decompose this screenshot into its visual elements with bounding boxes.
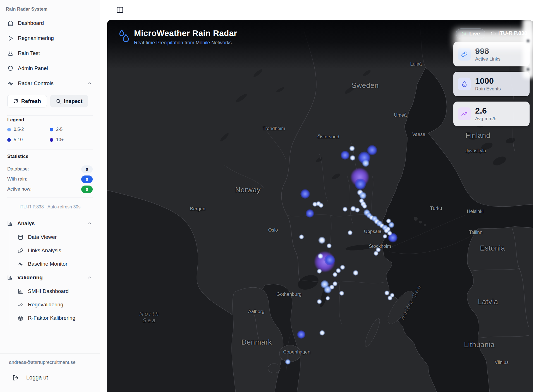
- legend-color-dot: [50, 138, 53, 142]
- rain-dot: [324, 255, 335, 265]
- home-icon: [7, 20, 14, 27]
- legend-item: 10+: [50, 137, 91, 142]
- sidebar-item-label: Radar Controls: [18, 80, 83, 86]
- rain-dot: [387, 231, 392, 236]
- chevron-up-icon: [87, 221, 92, 226]
- rain-dot: [329, 285, 334, 290]
- flask-icon: [7, 50, 14, 57]
- divider: [7, 198, 93, 198]
- logout-button[interactable]: Logga ut: [13, 374, 48, 381]
- activity-icon: [18, 261, 23, 267]
- sidebar-item-label: Regnvalidering: [28, 302, 63, 308]
- sidebar-nav: DashboardRegnanimeringRain TestAdmin Pan…: [0, 16, 100, 91]
- activity-icon: [7, 80, 14, 87]
- sidebar-item-label: SMHI Dashboard: [28, 288, 69, 294]
- sidebar-item-label: Admin Panel: [18, 65, 92, 71]
- search-icon: [56, 98, 61, 104]
- stat-label: Database:: [7, 166, 29, 172]
- rain-dot: [339, 291, 344, 296]
- chart-icon: [7, 220, 13, 227]
- droplet-icon: [461, 81, 468, 88]
- legend-color-dot: [7, 138, 11, 142]
- stat-row: Active now:0: [7, 184, 93, 194]
- section-label: Analys: [17, 220, 83, 227]
- legend-title: Legend: [7, 117, 24, 123]
- rain-dot: [319, 203, 324, 208]
- link-icon: [461, 51, 468, 58]
- sidebar-item-rain-test[interactable]: Rain Test: [0, 46, 100, 61]
- app-title: Rain Radar System: [6, 7, 47, 12]
- sidebar-item-regnvalidering[interactable]: Regnvalidering: [9, 298, 100, 311]
- sidebar-item-label: Baseline Monitor: [28, 261, 68, 267]
- divider: [7, 115, 93, 116]
- section-header-validering[interactable]: Validering: [0, 271, 100, 285]
- statistics-title: Statistics: [7, 154, 28, 159]
- map-title: MicroWeather Rain Radar: [134, 28, 237, 38]
- section-label: Validering: [17, 275, 83, 281]
- logout-label: Logga ut: [26, 374, 48, 381]
- link-icon-square: [458, 48, 471, 61]
- sidebar-item-links-analysis[interactable]: Links Analysis: [9, 244, 100, 257]
- legend-color-dot: [7, 128, 11, 131]
- rain-dot: [343, 207, 348, 212]
- legend-item: 0.5-2: [7, 127, 50, 132]
- chevron-up-icon: [87, 81, 92, 86]
- stat-value-badge: 0: [81, 186, 93, 193]
- legend: 0.5-22-55-1010+: [7, 127, 91, 142]
- sidebar-item-data-viewer[interactable]: Data Viewer: [9, 230, 100, 244]
- topbar: [100, 0, 536, 20]
- rain-dot: [384, 290, 389, 295]
- rain-dot: [299, 234, 304, 239]
- sidebar-item-baseline-monitor[interactable]: Baseline Monitor: [9, 257, 100, 271]
- section-items: Data ViewerLinks AnalysisBaseline Monito…: [9, 230, 100, 271]
- rain-dot: [285, 359, 291, 365]
- rain-dot: [348, 230, 353, 235]
- refresh-label: Refresh: [21, 98, 41, 104]
- chart-icon: [18, 288, 23, 294]
- stat-card-avg-mm-h: 2.6Avg mm/h: [453, 102, 530, 126]
- sidebar-item-radar-controls[interactable]: Radar Controls: [0, 76, 100, 91]
- sidebar-item-smhi-dashboard[interactable]: SMHI Dashboard: [9, 285, 100, 298]
- stat-value-badge: 0: [81, 165, 93, 173]
- checks-icon: [18, 302, 23, 308]
- stat-card-label: Avg mm/h: [475, 116, 496, 122]
- sidebar: Rain Radar System DashboardRegnanimering…: [0, 0, 100, 392]
- rain-dot: [388, 222, 394, 228]
- sidebar-item-label: Regnanimering: [18, 35, 92, 41]
- rain-dot: [390, 293, 394, 297]
- sidebar-item-label: R-Faktor Kalibrering: [28, 315, 75, 321]
- blurred-control-glyph: [527, 40, 529, 42]
- stat-card-value: 2.6: [475, 106, 496, 115]
- inspect-button[interactable]: Inspect: [50, 95, 88, 107]
- rain-radar-map[interactable]: LuleåSwedenUmeåTrondheimÖstersundVaasaFi…: [107, 20, 533, 392]
- target-icon: [18, 315, 23, 321]
- legend-label: 2-5: [56, 127, 63, 132]
- rain-dot: [319, 330, 325, 336]
- refresh-button[interactable]: Refresh: [7, 95, 47, 107]
- stat-card-value: 1000: [475, 76, 501, 85]
- trend-icon-square: [458, 107, 471, 120]
- rain-dot: [300, 189, 310, 199]
- section-items: SMHI DashboardRegnvalideringR-Faktor Kal…: [9, 285, 100, 325]
- divider: [7, 150, 93, 150]
- stat-card-label: Active Links: [475, 56, 501, 62]
- sidebar-item-dashboard[interactable]: Dashboard: [0, 16, 100, 31]
- section-header-analys[interactable]: Analys: [0, 217, 100, 230]
- logout-icon: [13, 375, 19, 381]
- sidebar-item-r-faktor-kalibrering[interactable]: R-Faktor Kalibrering: [9, 311, 100, 325]
- refresh-icon: [13, 98, 18, 104]
- chevron-up-icon: [87, 275, 92, 280]
- stat-label: With rain:: [7, 176, 27, 182]
- stat-cards: 998Active Links1000Rain Events2.6Avg mm/…: [453, 42, 530, 126]
- sidebar-item-admin-panel[interactable]: Admin Panel: [0, 61, 100, 76]
- sidebar-toggle-button[interactable]: [116, 6, 124, 14]
- radar-controls-buttons: Refresh Inspect: [7, 95, 88, 107]
- itu-footnote: ITU-R P.838 · Auto-refresh 30s: [0, 205, 100, 210]
- user-email: andreas@startuprecruitment.se: [9, 360, 75, 365]
- rain-dot: [318, 237, 326, 244]
- sidebar-item-regnanimering[interactable]: Regnanimering: [0, 31, 100, 46]
- chart-icon: [7, 275, 13, 281]
- blurred-control-glyph: [527, 68, 529, 71]
- rain-dot: [349, 146, 355, 151]
- stat-value-badge: 0: [81, 175, 93, 183]
